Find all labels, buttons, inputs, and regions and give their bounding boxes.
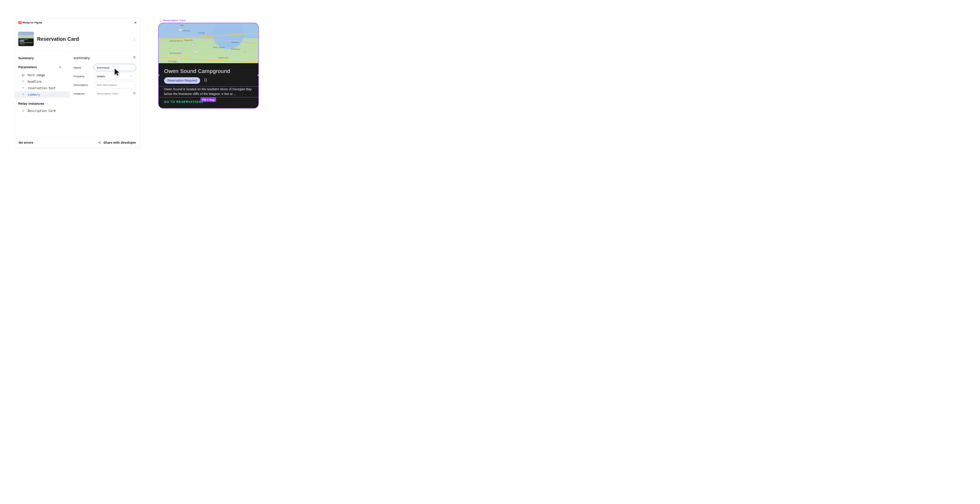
parameters-heading: Parameters — [18, 65, 37, 69]
instance-description-card[interactable]: Description Card — [15, 108, 70, 114]
param-hero-image[interactable]: hero-image — [15, 72, 70, 78]
component-header: Reservation Card ⋮ — [15, 27, 140, 52]
component-icon — [159, 19, 162, 22]
reservation-required-chip[interactable]: Reservation Required — [164, 77, 200, 84]
highway-badge: 21 — [177, 56, 181, 59]
param-label: hero-image — [28, 73, 45, 77]
hero-image-map: Mar Wiarton Kemble Sauble Beach Hepworth… — [159, 23, 258, 63]
highway-badge: 26 — [213, 43, 216, 46]
map-label: Sauble Beach — [170, 40, 183, 42]
chevron-down-icon — [130, 75, 133, 78]
svg-point-4 — [100, 141, 101, 142]
text-icon — [22, 80, 25, 83]
map-label: Hepworth — [184, 39, 192, 41]
component-thumbnail — [18, 32, 34, 46]
svg-point-1 — [23, 75, 23, 75]
card-summary: Owen Sound is located on the southern sh… — [164, 87, 253, 97]
property-value: details — [97, 75, 105, 78]
app-name: Relay for Figma — [23, 21, 42, 24]
summary-heading: Summary — [15, 56, 70, 63]
form-heading: summary — [74, 55, 90, 60]
map-label: Owen Sound — [213, 46, 224, 48]
param-label: headline — [28, 80, 42, 83]
svg-point-2 — [133, 92, 135, 94]
map-label: Thornbury — [231, 48, 240, 50]
image-icon — [22, 74, 25, 76]
parameter-list: hero-image headline reservation-text — [15, 71, 70, 100]
highway-badge: 21 — [180, 48, 183, 51]
relay-logo-icon — [18, 21, 21, 24]
locate-icon[interactable] — [133, 92, 136, 96]
panel-body: Summary Parameters ＋ hero-image — [15, 51, 140, 137]
map-label: Meaford — [232, 41, 239, 43]
diamond-icon — [22, 109, 25, 112]
relay-instances-heading: Relay instances — [15, 100, 70, 107]
highway-badge: 6 — [178, 29, 182, 31]
card-summary-text: Owen Sound is located on the southern sh… — [164, 87, 253, 97]
share-with-developer-button[interactable]: Share with developer — [98, 141, 136, 145]
param-label: reservation-text — [28, 86, 56, 90]
add-parameter-button[interactable]: ＋ — [58, 64, 66, 70]
delete-icon[interactable] — [133, 56, 136, 60]
name-input[interactable]: summary — [94, 64, 136, 71]
map-label: Port Elgin — [168, 60, 177, 62]
map-label: Chatsworth — [218, 57, 228, 59]
svg-point-5 — [100, 143, 101, 144]
text-icon — [22, 87, 25, 90]
description-input[interactable]: Add description — [94, 81, 136, 89]
component-name: Reservation Card — [37, 36, 79, 42]
component-badge[interactable]: Reservation Card — [159, 19, 259, 22]
name-input-value: summary — [97, 66, 109, 69]
bookmark-icon[interactable] — [204, 78, 207, 83]
map-label: Kemble — [198, 32, 205, 34]
component-badge-label: Reservation Card — [163, 19, 185, 22]
description-label: Description — [74, 83, 91, 87]
param-reservation-text[interactable]: reservation-text — [15, 85, 70, 91]
map-label: Mar — [180, 24, 184, 26]
panel-footer: No errors Share with developer — [15, 137, 140, 148]
share-icon — [98, 141, 101, 144]
sidebar: Summary Parameters ＋ hero-image — [15, 51, 70, 137]
map-label: Wiarton — [183, 30, 190, 32]
card-headline: Owen Sound Campground — [164, 68, 253, 74]
more-menu-icon[interactable]: ⋮ — [133, 37, 137, 41]
parameter-form: summary Name summary Property details — [70, 51, 140, 137]
share-label: Share with developer — [103, 141, 136, 145]
parameters-heading-row: Parameters ＋ — [15, 63, 70, 71]
canvas-preview: Reservation Card Mar Wiarton Kemble Saub… — [158, 18, 259, 280]
relay-plugin-panel: Relay for Figma ✕ Reservation Card ⋮ Sum… — [14, 18, 140, 148]
close-icon[interactable]: ✕ — [134, 21, 137, 25]
road-line — [159, 32, 258, 40]
property-label: Property — [74, 75, 91, 78]
selection-handle[interactable] — [258, 74, 259, 76]
param-headline[interactable]: headline — [15, 78, 70, 85]
map-label: Southampton — [169, 52, 181, 54]
size-tag: Fill × Hug — [200, 97, 216, 102]
instance-value: Description Card — [94, 92, 130, 95]
svg-point-3 — [98, 142, 99, 143]
name-label: Name — [74, 66, 91, 69]
highway-badge: 26 — [243, 52, 247, 54]
panel-header: Relay for Figma ✕ — [15, 18, 140, 27]
selection-handle[interactable] — [158, 74, 159, 76]
instance-label-field: Instance — [74, 92, 91, 95]
param-summary[interactable]: summary — [15, 91, 70, 98]
highway-badge: 6 — [194, 51, 198, 53]
reservation-card[interactable]: Mar Wiarton Kemble Sauble Beach Hepworth… — [158, 23, 259, 108]
instance-label: Description Card — [28, 109, 56, 113]
highway-badge: 10 — [191, 43, 195, 46]
errors-status: No errors — [19, 141, 33, 145]
instance-list: Description Card — [15, 107, 70, 117]
property-select[interactable]: details — [94, 73, 136, 80]
param-label: summary — [28, 93, 40, 97]
text-icon — [22, 93, 25, 96]
road-line — [169, 34, 256, 44]
